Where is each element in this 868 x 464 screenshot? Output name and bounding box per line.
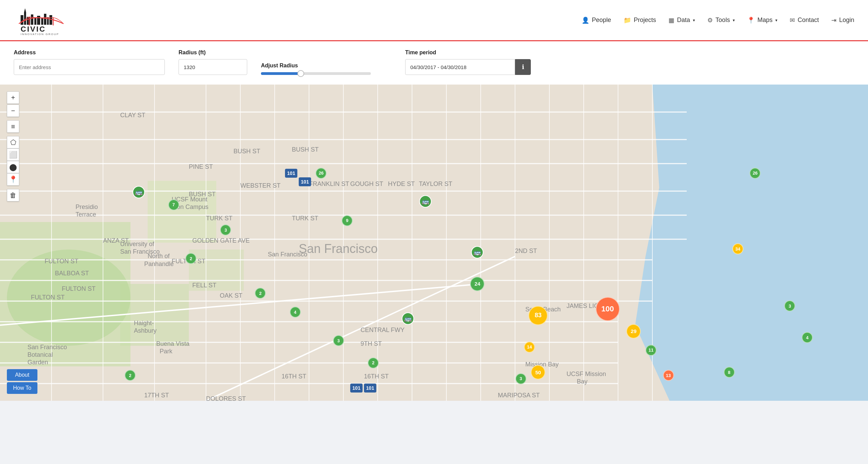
cluster-marker[interactable]: 2 xyxy=(125,370,136,381)
cluster-marker[interactable]: 11 xyxy=(646,345,656,356)
svg-rect-6 xyxy=(41,18,43,25)
svg-rect-4 xyxy=(34,18,36,25)
contact-icon: ✉ xyxy=(790,16,795,24)
cluster-marker[interactable]: 2 xyxy=(255,288,266,299)
nav-login-label: Login xyxy=(839,16,854,24)
svg-text:Botanical: Botanical xyxy=(27,351,53,358)
howto-button[interactable]: How To xyxy=(7,382,37,394)
cluster-marker[interactable]: 3 xyxy=(784,300,795,311)
zoom-out-button[interactable]: − xyxy=(7,104,19,117)
cluster-marker[interactable]: 24 xyxy=(470,277,484,291)
cluster-marker[interactable]: 34 xyxy=(732,243,743,254)
svg-rect-3 xyxy=(31,14,33,25)
svg-text:Panhandle: Panhandle xyxy=(144,261,174,267)
logo-svg: CIVIC INNOVATION GROUP xyxy=(14,5,69,36)
cluster-marker[interactable]: 14 xyxy=(524,342,535,353)
svg-text:FELL ST: FELL ST xyxy=(192,282,216,289)
maps-dropdown-arrow: ▾ xyxy=(775,18,777,23)
radius-input[interactable] xyxy=(179,59,247,75)
time-period-input[interactable] xyxy=(405,59,515,75)
rectangle-draw-button[interactable]: ⬜ xyxy=(7,148,19,161)
cluster-marker[interactable]: 7 xyxy=(168,199,179,210)
svg-text:16TH ST: 16TH ST xyxy=(364,373,389,380)
time-period-label: Time period xyxy=(405,49,531,56)
nav-data-label: Data xyxy=(677,16,690,24)
slider-track[interactable] xyxy=(261,72,371,75)
svg-text:WEBSTER ST: WEBSTER ST xyxy=(240,182,281,189)
svg-text:Haight-: Haight- xyxy=(134,320,154,327)
nav-projects[interactable]: 📁 Projects xyxy=(624,16,656,24)
svg-text:17TH ST: 17TH ST xyxy=(144,392,169,399)
svg-text:FULTON ST: FULTON ST xyxy=(31,294,65,301)
svg-rect-5 xyxy=(37,16,40,25)
cluster-marker[interactable]: 2 xyxy=(185,253,196,264)
svg-text:San Francisco: San Francisco xyxy=(299,242,378,256)
svg-rect-9 xyxy=(49,15,52,25)
map-background: CLAY ST PINE ST BUSH ST BUSH ST BUSH ST … xyxy=(0,85,868,401)
bus-stop-marker[interactable]: 🚌 xyxy=(419,195,432,208)
login-icon: ⇥ xyxy=(831,16,836,24)
nav-contact[interactable]: ✉ Contact xyxy=(790,16,819,24)
maps-icon: 📍 xyxy=(747,16,755,24)
map-container: CLAY ST PINE ST BUSH ST BUSH ST BUSH ST … xyxy=(0,85,868,401)
svg-text:Park: Park xyxy=(160,348,173,355)
cluster-marker[interactable]: 13 xyxy=(663,370,674,381)
svg-text:MARIPOSA ST: MARIPOSA ST xyxy=(498,392,540,399)
svg-text:PINE ST: PINE ST xyxy=(189,163,213,170)
about-button[interactable]: About xyxy=(7,369,37,381)
svg-text:GOLDEN GATE AVE: GOLDEN GATE AVE xyxy=(192,237,250,244)
svg-text:Bay: Bay xyxy=(577,378,587,385)
bus-stop-marker[interactable]: 🚌 xyxy=(133,186,145,198)
svg-text:Presidio: Presidio xyxy=(76,203,98,210)
nav-maps[interactable]: 📍 Maps ▾ xyxy=(747,16,777,24)
cluster-marker[interactable]: 29 xyxy=(626,324,641,339)
cluster-marker[interactable]: 3 xyxy=(515,373,526,384)
svg-text:BALBOA ST: BALBOA ST xyxy=(55,270,89,277)
cluster-marker[interactable]: 2 xyxy=(368,357,379,368)
layers-button[interactable]: ≡ xyxy=(7,120,19,133)
svg-rect-0 xyxy=(21,15,23,25)
circle-draw-button[interactable]: ⬤ xyxy=(7,161,19,173)
cluster-marker[interactable]: 50 xyxy=(531,365,545,379)
svg-marker-10 xyxy=(24,8,26,12)
cluster-marker[interactable]: 4 xyxy=(802,332,813,343)
svg-text:University of: University of xyxy=(120,241,155,247)
cluster-marker[interactable]: 8 xyxy=(724,367,735,378)
svg-text:16TH ST: 16TH ST xyxy=(282,373,306,380)
nav-login[interactable]: ⇥ Login xyxy=(831,16,854,24)
nav-data[interactable]: ▦ Data ▾ xyxy=(669,16,695,24)
nav-people[interactable]: 👤 People xyxy=(582,16,611,24)
svg-text:Terrace: Terrace xyxy=(76,211,96,218)
svg-text:101: 101 xyxy=(287,170,295,176)
svg-text:TURK ST: TURK ST xyxy=(206,215,232,222)
nav-tools[interactable]: ⚙ Tools ▾ xyxy=(707,16,735,24)
cluster-marker[interactable]: 3 xyxy=(220,224,231,235)
bus-stop-marker[interactable]: 🚌 xyxy=(471,246,483,258)
zoom-in-button[interactable]: + xyxy=(7,91,19,104)
svg-text:101: 101 xyxy=(301,179,309,185)
delete-button[interactable]: 🗑 xyxy=(7,189,19,201)
slider-thumb[interactable] xyxy=(297,70,304,77)
svg-text:FULTON ST: FULTON ST xyxy=(45,258,78,265)
tools-dropdown-arrow: ▾ xyxy=(733,18,735,23)
people-icon: 👤 xyxy=(582,16,589,24)
data-icon: ▦ xyxy=(669,16,674,24)
time-period-info-button[interactable]: ℹ xyxy=(515,59,531,75)
cluster-marker[interactable]: 4 xyxy=(290,307,301,318)
nav-contact-label: Contact xyxy=(798,16,819,24)
point-draw-button[interactable]: 📍 xyxy=(7,173,19,186)
cluster-marker[interactable]: 9 xyxy=(342,215,353,226)
svg-text:9TH ST: 9TH ST xyxy=(361,340,382,347)
cluster-marker[interactable]: 26 xyxy=(316,168,327,179)
polygon-draw-button[interactable]: ⬠ xyxy=(7,136,19,148)
svg-text:BUSH ST: BUSH ST xyxy=(292,146,319,153)
svg-text:101: 101 xyxy=(352,385,361,391)
cluster-marker[interactable]: 3 xyxy=(333,335,344,346)
bus-stop-marker[interactable]: 🚌 xyxy=(402,312,414,325)
svg-text:TURK ST: TURK ST xyxy=(292,215,318,222)
cluster-marker[interactable]: 26 xyxy=(750,168,761,179)
cluster-marker[interactable]: 83 xyxy=(528,306,548,325)
address-input[interactable] xyxy=(14,59,165,75)
cluster-marker[interactable]: 100 xyxy=(596,297,620,321)
adjust-radius-label: Adjust Radius xyxy=(261,63,391,69)
